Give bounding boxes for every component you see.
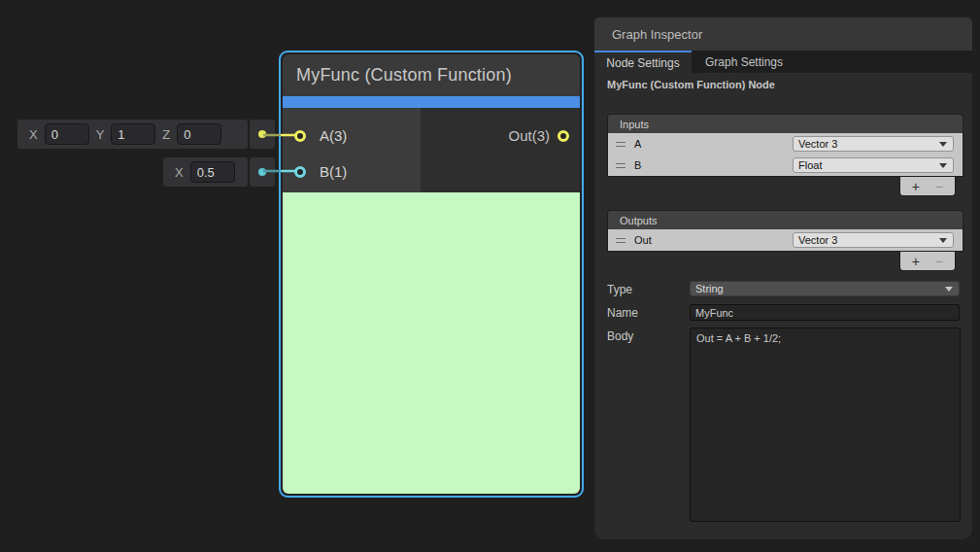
- port-a-label: A(3): [320, 127, 347, 144]
- tab-graph-settings[interactable]: Graph Settings: [692, 51, 796, 73]
- vector3-output-port-icon[interactable]: [258, 130, 266, 138]
- type-value: String: [691, 283, 724, 294]
- name-label: Name: [607, 306, 638, 320]
- inputs-list-rows: A Vector 3 B Float: [607, 133, 963, 177]
- name-field[interactable]: [690, 304, 960, 321]
- output-row-out[interactable]: Out Vector 3: [608, 229, 963, 251]
- drag-handle-icon[interactable]: [616, 142, 625, 147]
- vector3-inline-node[interactable]: X Y Z: [17, 120, 248, 149]
- dropdown-arrow-icon: [939, 142, 947, 147]
- port-b-label: B(1): [320, 163, 347, 180]
- drag-handle-icon[interactable]: [616, 163, 625, 168]
- vector3-y-field[interactable]: [111, 123, 155, 145]
- myfunc-node-title: MyFunc (Custom Function): [283, 65, 512, 86]
- input-a-type-value: Vector 3: [794, 138, 837, 150]
- outputs-list: Outputs Out Vector 3 + −: [607, 210, 963, 271]
- tab-node-settings[interactable]: Node Settings: [594, 51, 692, 73]
- port-row-a: A(3): [283, 118, 421, 154]
- float-x-field[interactable]: [190, 161, 235, 183]
- myfunc-node-header[interactable]: MyFunc (Custom Function): [283, 54, 580, 96]
- dropdown-arrow-icon: [939, 163, 947, 168]
- inspector-tab-bar: Node Settings Graph Settings: [594, 51, 972, 73]
- input-b-name: B: [634, 159, 641, 171]
- inputs-list-header: Inputs: [607, 114, 963, 133]
- add-output-button[interactable]: +: [912, 255, 920, 268]
- type-label: Type: [607, 283, 632, 296]
- body-field[interactable]: Out = A + B + 1/2;: [690, 328, 961, 522]
- outputs-list-footer: + −: [899, 252, 956, 271]
- output-out-name: Out: [634, 234, 652, 246]
- graph-inspector-panel: Graph Inspector Node Settings Graph Sett…: [594, 17, 972, 539]
- outputs-list-rows: Out Vector 3: [607, 229, 963, 252]
- shader-graph-canvas[interactable]: X Y Z X MyFunc (Custom Function) A(3): [0, 0, 980, 552]
- drag-handle-icon[interactable]: [616, 238, 625, 243]
- input-row-a[interactable]: A Vector 3: [608, 133, 963, 155]
- myfunc-node[interactable]: MyFunc (Custom Function) A(3) B(1): [279, 51, 584, 498]
- add-input-button[interactable]: +: [912, 180, 920, 193]
- myfunc-node-content: MyFunc (Custom Function) A(3) B(1): [283, 54, 580, 494]
- float-x-label: X: [175, 165, 184, 180]
- dropdown-arrow-icon: [939, 238, 947, 243]
- inputs-list-footer: + −: [899, 177, 956, 196]
- input-b-type-dropdown[interactable]: Float: [793, 157, 954, 173]
- port-row-out: Out(3): [421, 118, 580, 154]
- vector3-z-label: Z: [162, 127, 170, 142]
- vector3-x-field[interactable]: [45, 123, 89, 145]
- float-inline-node[interactable]: X: [163, 157, 248, 187]
- output-out-type-value: Vector 3: [794, 234, 837, 246]
- remove-output-button[interactable]: −: [935, 255, 943, 268]
- graph-inspector-title: Graph Inspector: [594, 27, 702, 42]
- remove-input-button[interactable]: −: [935, 180, 943, 193]
- vector3-output-stub[interactable]: [250, 120, 275, 149]
- outputs-list-header: Outputs: [607, 210, 963, 229]
- vector3-x-label: X: [29, 127, 38, 142]
- node-preview: [283, 192, 580, 494]
- myfunc-node-ports: A(3) B(1) Out(3): [283, 108, 580, 192]
- port-b-icon[interactable]: [294, 166, 306, 178]
- float-output-stub[interactable]: [250, 157, 275, 187]
- input-a-name: A: [634, 138, 641, 150]
- body-label: Body: [607, 329, 633, 343]
- dropdown-arrow-icon: [945, 287, 953, 292]
- input-b-type-value: Float: [794, 159, 822, 171]
- port-a-icon[interactable]: [294, 130, 306, 142]
- input-a-type-dropdown[interactable]: Vector 3: [793, 136, 954, 152]
- port-row-b: B(1): [283, 154, 421, 190]
- port-out-label: Out(3): [508, 127, 550, 144]
- float-output-port-icon[interactable]: [258, 168, 266, 176]
- output-out-type-dropdown[interactable]: Vector 3: [793, 232, 954, 248]
- port-out-icon[interactable]: [558, 130, 569, 142]
- output-ports-section: Out(3): [421, 108, 580, 192]
- vector3-z-field[interactable]: [177, 123, 221, 145]
- input-row-b[interactable]: B Float: [608, 155, 963, 176]
- type-dropdown[interactable]: String: [690, 281, 960, 296]
- input-ports-section: A(3) B(1): [283, 108, 421, 192]
- myfunc-node-accent-bar: [283, 96, 580, 108]
- inputs-list: Inputs A Vector 3 B Float: [607, 114, 963, 196]
- inspector-node-heading: MyFunc (Custom Function) Node: [607, 79, 775, 90]
- graph-inspector-titlebar[interactable]: Graph Inspector: [594, 17, 972, 51]
- vector3-y-label: Y: [96, 127, 105, 142]
